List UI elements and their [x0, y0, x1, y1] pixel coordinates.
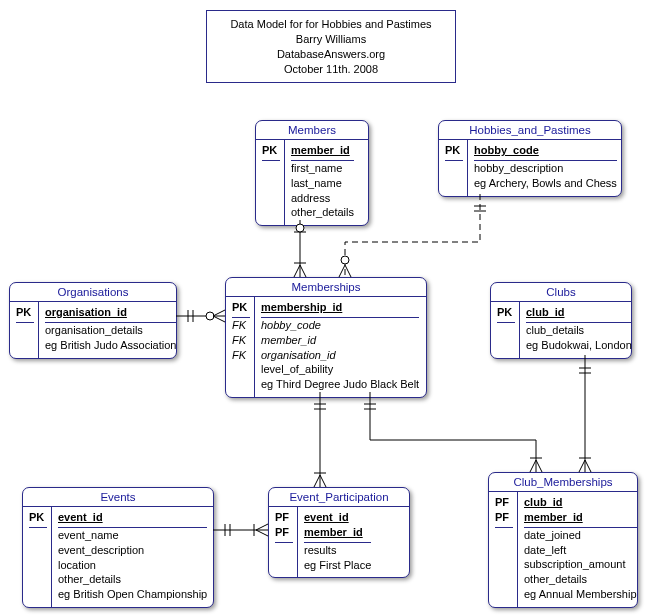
key-cell: PK: [445, 143, 463, 161]
key-cell: [275, 558, 293, 573]
attr-cell: results: [304, 543, 371, 558]
key-cell: [262, 205, 280, 220]
key-cell: PK: [29, 510, 47, 528]
key-cell: [29, 587, 47, 602]
key-cell: PF: [495, 495, 513, 510]
key-cell: [262, 191, 280, 206]
attr-cell: event_id: [304, 510, 371, 525]
title-box: Data Model for for Hobbies and Pastimes …: [206, 10, 456, 83]
attr-cell: other_details: [58, 572, 207, 587]
svg-line-39: [256, 530, 268, 536]
key-cell: [495, 557, 513, 572]
svg-line-5: [300, 265, 306, 277]
key-cell: [29, 543, 47, 558]
key-cell: FK: [232, 318, 250, 333]
attr-cell: member_id: [291, 143, 354, 161]
entity-title: Events: [23, 488, 213, 507]
key-cell: PK: [16, 305, 34, 323]
key-cell: PF: [495, 510, 513, 528]
key-cell: [262, 161, 280, 176]
title-line2: Barry Williams: [221, 32, 441, 47]
key-cell: PF: [275, 510, 293, 525]
attr-cell: club_id: [524, 495, 637, 510]
key-cell: [497, 323, 515, 338]
svg-line-21: [314, 475, 320, 487]
attr-cell: club_details: [526, 323, 632, 338]
entity-hobbies: Hobbies_and_Pastimes PK hobby_codehobby_…: [438, 120, 622, 197]
attr-cell: other_details: [524, 572, 637, 587]
svg-point-14: [206, 312, 214, 320]
attr-cell: eg Archery, Bowls and Chess: [474, 176, 617, 191]
key-cell: FK: [232, 333, 250, 348]
entity-clubs: Clubs PK club_idclub_detailseg Budokwai,…: [490, 282, 632, 359]
key-cell: [445, 176, 463, 191]
attr-cell: other_details: [291, 205, 354, 220]
attr-cell: eg Annual Membership: [524, 587, 637, 602]
attr-cell: club_id: [526, 305, 632, 323]
attr-cell: hobby_description: [474, 161, 617, 176]
key-cell: [495, 572, 513, 587]
key-cell: [232, 377, 250, 392]
key-cell: [16, 338, 34, 353]
attr-cell: hobby_code: [474, 143, 617, 161]
svg-line-16: [213, 316, 225, 322]
svg-line-26: [530, 460, 536, 472]
entity-title: Club_Memberships: [489, 473, 637, 492]
key-cell: PK: [262, 143, 280, 161]
key-cell: [232, 362, 250, 377]
svg-line-22: [320, 475, 326, 487]
attr-cell: organisation_id: [45, 305, 176, 323]
attr-cell: eg First Place: [304, 558, 371, 573]
svg-line-27: [536, 460, 542, 472]
attr-cell: location: [58, 558, 207, 573]
svg-line-32: [579, 460, 585, 472]
entity-title: Event_Participation: [269, 488, 409, 507]
entity-title: Members: [256, 121, 368, 140]
key-cell: FK: [232, 348, 250, 363]
attr-cell: organisation_id: [261, 348, 419, 363]
attr-cell: event_name: [58, 528, 207, 543]
key-cell: PK: [232, 300, 250, 318]
key-cell: [29, 528, 47, 543]
key-cell: [495, 528, 513, 543]
key-cell: [445, 161, 463, 176]
entity-title: Organisations: [10, 283, 176, 302]
svg-line-15: [213, 310, 225, 316]
attr-cell: eg Third Degree Judo Black Belt: [261, 377, 419, 392]
attr-cell: member_id: [261, 333, 419, 348]
svg-line-33: [585, 460, 591, 472]
entity-event-participation: Event_Participation PFPF event_idmember_…: [268, 487, 410, 578]
svg-point-8: [341, 256, 349, 264]
entity-title: Hobbies_and_Pastimes: [439, 121, 621, 140]
title-line3: DatabaseAnswers.org: [221, 47, 441, 62]
svg-line-10: [345, 265, 351, 277]
entity-memberships: Memberships PKFKFKFK membership_idhobby_…: [225, 277, 427, 398]
attr-cell: address: [291, 191, 354, 206]
attr-cell: last_name: [291, 176, 354, 191]
key-cell: [495, 587, 513, 602]
attr-cell: date_left: [524, 543, 637, 558]
key-cell: [262, 176, 280, 191]
svg-line-4: [294, 265, 300, 277]
entity-club-memberships: Club_Memberships PFPF club_idmember_idda…: [488, 472, 638, 608]
entity-title: Memberships: [226, 278, 426, 297]
attr-cell: event_description: [58, 543, 207, 558]
attr-cell: member_id: [304, 525, 371, 543]
key-cell: [29, 572, 47, 587]
title-line1: Data Model for for Hobbies and Pastimes: [221, 17, 441, 32]
svg-line-38: [256, 524, 268, 530]
entity-events: Events PK event_idevent_nameevent_descri…: [22, 487, 214, 608]
key-cell: [275, 543, 293, 558]
title-line4: October 11th. 2008: [221, 62, 441, 77]
attr-cell: member_id: [524, 510, 637, 528]
attr-cell: first_name: [291, 161, 354, 176]
entity-organisations: Organisations PK organisation_idorganisa…: [9, 282, 177, 359]
key-cell: [16, 323, 34, 338]
key-cell: PK: [497, 305, 515, 323]
attr-cell: eg British Open Championship: [58, 587, 207, 602]
attr-cell: eg Budokwai, London: [526, 338, 632, 353]
key-cell: PF: [275, 525, 293, 543]
attr-cell: level_of_ability: [261, 362, 419, 377]
entity-members: Members PK member_idfirst_namelast_namea…: [255, 120, 369, 226]
attr-cell: membership_id: [261, 300, 419, 318]
